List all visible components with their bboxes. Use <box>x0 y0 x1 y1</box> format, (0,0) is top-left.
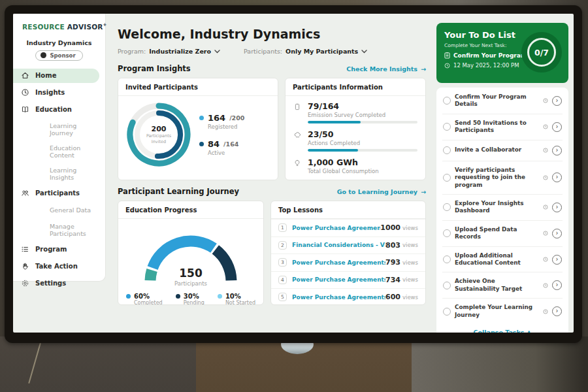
todo-progress-value: 0/7 <box>527 38 556 67</box>
program-filter-value: Industrialize Zero <box>149 48 211 55</box>
legend-dot <box>126 294 131 299</box>
lesson-title-link[interactable]: Power Purchase Agreements 103 <box>292 294 385 301</box>
take-action-icon <box>21 262 30 271</box>
sidebar-item[interactable]: Take Action <box>13 259 105 274</box>
todo-checkbox[interactable] <box>443 229 451 237</box>
legend-dot <box>199 116 204 120</box>
dashboard-screen: RESOURCE ADVISOR+ Industry Dynamics Spon… <box>13 14 574 333</box>
chevron-right-icon[interactable]: › <box>552 306 562 316</box>
todo-progress-ring: 0/7 <box>521 32 562 73</box>
todo-datetime: 12 May 2025, 12:00 PM <box>453 62 519 69</box>
sponsor-icon <box>41 52 46 58</box>
program-insights-header: Program Insights Check More Insights → <box>118 64 426 73</box>
todo-item[interactable]: Verify participants requesting to join t… <box>442 161 563 195</box>
chevron-right-icon[interactable]: › <box>552 229 562 238</box>
todo-item[interactable]: Upload Spend Data Records › <box>442 221 563 247</box>
org-name: Industry Dynamics <box>13 39 105 46</box>
lesson-title-link[interactable]: Financial Considerations - VPPAs <box>292 242 385 248</box>
chevron-right-icon[interactable]: › <box>552 255 562 265</box>
sidebar-item[interactable]: Learning Journey <box>13 120 105 139</box>
chevron-down-icon <box>361 50 367 54</box>
invited-donut-chart: 200 Participants Invited <box>123 99 194 170</box>
lesson-title-link[interactable]: Power Purchase Agreements 101 <box>292 225 380 231</box>
todo-item[interactable]: Explore Your Insights Dashboard › <box>442 195 563 221</box>
participants-filter-label: Participants: <box>244 48 282 55</box>
clock-icon <box>543 175 548 180</box>
lesson-row[interactable]: 3 Power Purchase Agreements 101 793 view… <box>271 253 425 271</box>
sidebar-item[interactable]: Education <box>13 103 105 117</box>
clock-icon <box>543 231 548 236</box>
todo-item[interactable]: Achieve One Sustainability Target › <box>442 272 563 299</box>
legend-label: Registered <box>208 123 244 130</box>
sidebar-item-label: Insights <box>35 89 65 96</box>
todo-item-label: Achieve One Sustainability Target <box>455 278 539 293</box>
sidebar-item[interactable]: Home <box>13 69 99 83</box>
todo-checkbox[interactable] <box>443 308 451 316</box>
todo-checkbox[interactable] <box>443 146 451 154</box>
todo-item[interactable]: Invite a Collaborator › <box>442 140 563 161</box>
lesson-views-label: views <box>402 242 418 248</box>
todo-checkbox[interactable] <box>443 282 451 289</box>
participants-filter-value: Only My Participants <box>286 48 358 55</box>
go-to-learning-journey-link[interactable]: Go to Learning Journey → <box>337 188 426 195</box>
lesson-row[interactable]: 5 Power Purchase Agreements 103 600 view… <box>271 288 425 305</box>
lesson-row[interactable]: 2 Financial Considerations - VPPAs 803 v… <box>271 237 425 254</box>
sidebar-item[interactable]: Program <box>13 242 105 257</box>
todo-item[interactable]: Send 50 Invitations to Participants › <box>442 114 563 140</box>
clock-icon <box>543 283 548 288</box>
lesson-row[interactable]: 1 Power Purchase Agreements 101 1000 vie… <box>271 219 425 237</box>
participants-filter[interactable]: Participants: Only My Participants <box>244 48 367 55</box>
chevron-right-icon[interactable]: › <box>552 146 562 155</box>
todo-item[interactable]: Upload Additional Educational Content › <box>442 247 563 273</box>
program-insights-title: Program Insights <box>118 64 191 73</box>
todo-item[interactable]: Confirm Your Program Details › <box>442 88 563 114</box>
stat-label: Emission Survey Completed <box>308 112 417 118</box>
donut-legend: 164/200 Registered 84/164 <box>199 113 244 156</box>
sidebar-item[interactable]: Education Content <box>13 142 105 161</box>
todo-checkbox[interactable] <box>443 255 451 263</box>
legend-label: Pending <box>184 300 204 305</box>
lesson-row[interactable]: 4 Power Purchase Agreements 102 734 view… <box>271 271 425 289</box>
clock-icon <box>543 148 548 153</box>
todo-checkbox[interactable] <box>443 123 451 131</box>
settings-icon <box>21 279 30 288</box>
sidebar-item-label: Learning Insights <box>50 167 99 181</box>
legend-item: 164/200 Registered <box>199 113 244 130</box>
sidebar-item[interactable]: Participants <box>13 186 105 201</box>
lesson-title-link[interactable]: Power Purchase Agreements 102 <box>292 276 385 283</box>
check-more-insights-link[interactable]: Check More Insights → <box>346 65 426 73</box>
todo-item-label: Upload Additional Educational Content <box>455 252 539 267</box>
todo-checkbox[interactable] <box>443 203 451 211</box>
lesson-rank: 3 <box>278 258 287 267</box>
program-filter[interactable]: Program: Industrialize Zero <box>118 48 220 55</box>
lesson-rank: 5 <box>278 293 287 301</box>
sidebar-item[interactable]: Insights <box>13 86 105 100</box>
todo-item[interactable]: Complete Your Learning Journey › <box>442 299 563 324</box>
sidebar-item[interactable]: Learning Insights <box>13 164 105 184</box>
chevron-right-icon[interactable]: › <box>552 122 562 132</box>
todo-item-label: Invite a Collaborator <box>455 146 539 154</box>
todo-panel: Your To Do List Complete Your Next Task:… <box>435 14 574 333</box>
legend-item: 30% Pending <box>176 293 204 305</box>
todo-item-label: Confirm Your Program Details <box>455 93 539 108</box>
sidebar-item[interactable]: Manage Participants <box>13 220 105 240</box>
page-title: Welcome, Industry Dynamics <box>118 27 426 41</box>
logo-advisor: ADVISOR <box>67 23 103 31</box>
chevron-right-icon[interactable]: › <box>552 280 562 290</box>
collapse-tasks-link[interactable]: Collapse Tasks ∧ <box>442 324 563 333</box>
chevron-right-icon[interactable]: › <box>552 172 562 182</box>
learning-journey-header: Participant Learning Journey Go to Learn… <box>118 187 426 196</box>
lesson-title-link[interactable]: Power Purchase Agreements 101 <box>292 259 385 266</box>
chevron-right-icon[interactable]: › <box>552 96 562 106</box>
sponsor-badge[interactable]: Sponsor <box>35 50 82 61</box>
sidebar-item[interactable]: General Data <box>13 203 105 218</box>
todo-checkbox[interactable] <box>443 174 451 182</box>
lesson-views-count: 600 <box>385 293 400 301</box>
legend-value: 60% <box>134 293 150 300</box>
invited-participants-card: Invited Participants 200 Participants In… <box>118 78 278 180</box>
sidebar-item[interactable]: Settings <box>13 276 105 291</box>
todo-checkbox[interactable] <box>443 97 451 105</box>
chevron-right-icon[interactable]: › <box>552 203 562 212</box>
todo-list-card: Confirm Your Program Details › Send 50 I… <box>436 88 568 333</box>
legend-label: Completed <box>134 300 163 305</box>
